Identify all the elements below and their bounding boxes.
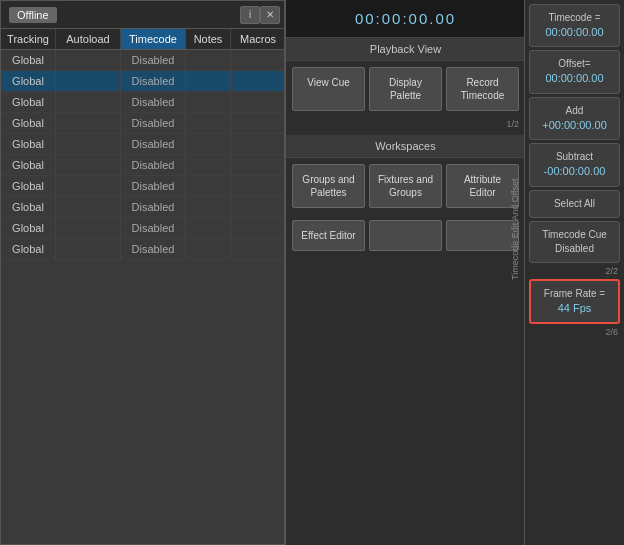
timecode-cue-value: Disabled (555, 243, 594, 254)
timecode-cue-button[interactable]: Timecode Cue Disabled (529, 221, 620, 263)
cell-tracking: Global (1, 218, 56, 238)
cell-timecode: Disabled (121, 176, 186, 196)
cell-autoload (56, 176, 121, 196)
playback-page-indicator: 1/2 (286, 117, 525, 131)
cell-timecode: Disabled (121, 50, 186, 70)
subtract-button[interactable]: Subtract -00:00:00.00 (529, 143, 620, 186)
cell-timecode: Disabled (121, 92, 186, 112)
col-notes[interactable]: Notes (186, 29, 231, 49)
table-row[interactable]: Global Disabled Vi (1, 71, 284, 92)
fixtures-groups-button[interactable]: Fixtures and Groups (369, 164, 442, 208)
center-panel: 00:00:00.00 Playback View View Cue Displ… (285, 0, 525, 545)
timecode-label: Timecode = (548, 12, 600, 23)
select-all-button[interactable]: Select All (529, 190, 620, 218)
cell-notes (186, 71, 231, 91)
cell-timecode: Disabled (121, 239, 186, 259)
cell-timecode: Disabled (121, 218, 186, 238)
edit-offset-label: Timecode Edit And Offset (510, 160, 520, 280)
cell-macros (231, 71, 284, 91)
cell-tracking: Global (1, 155, 56, 175)
view-cue-button[interactable]: View Cue (292, 67, 365, 111)
timecode-cue-label: Timecode Cue (542, 229, 607, 240)
offset-label: Offset= (558, 58, 590, 69)
cell-notes (186, 50, 231, 70)
cell-tracking: Global (1, 113, 56, 133)
table-row[interactable]: Global Disabled Vi (1, 218, 284, 239)
offset-button[interactable]: Offset= 00:00:00.00 (529, 50, 620, 93)
timecode-display: 00:00:00.00 (286, 0, 525, 38)
cell-notes (186, 239, 231, 259)
cell-tracking: Global (1, 239, 56, 259)
table-row[interactable]: Global Disabled Vi (1, 92, 284, 113)
table-header: Tracking Autoload Timecode Notes Macros … (1, 29, 284, 50)
table-row[interactable]: Global Disabled Vi (1, 50, 284, 71)
cell-notes (186, 155, 231, 175)
offline-badge: Offline (9, 7, 57, 23)
table-row[interactable]: Global Disabled Vi (1, 113, 284, 134)
cell-notes (186, 92, 231, 112)
cell-timecode: Disabled (121, 197, 186, 217)
cell-macros (231, 218, 284, 238)
main-window: Offline i ✕ Tracking Autoload Timecode N… (0, 0, 285, 545)
workspaces-title: Workspaces (286, 135, 525, 158)
cell-autoload (56, 71, 121, 91)
table-row[interactable]: Global Disabled Vi (1, 239, 284, 260)
cell-tracking: Global (1, 176, 56, 196)
col-autoload[interactable]: Autoload (56, 29, 121, 49)
playback-button-grid: View Cue Display Palette Record Timecode (286, 61, 525, 117)
cell-notes (186, 197, 231, 217)
frame-rate-value: 44 Fps (535, 301, 614, 316)
subtract-label: Subtract (556, 151, 593, 162)
subtract-value: -00:00:00.00 (534, 164, 615, 179)
cell-autoload (56, 50, 121, 70)
page-number-1: 2/2 (529, 266, 620, 276)
cell-autoload (56, 113, 121, 133)
table-body: Global Disabled Vi Global Disabled Vi Gl… (1, 50, 284, 260)
table-row[interactable]: Global Disabled Vi (1, 176, 284, 197)
cell-autoload (56, 92, 121, 112)
cell-notes (186, 176, 231, 196)
timecode-button[interactable]: Timecode = 00:00:00.00 (529, 4, 620, 47)
col-tracking[interactable]: Tracking (1, 29, 56, 49)
cell-timecode: Disabled (121, 113, 186, 133)
frame-rate-label: Frame Rate = (544, 288, 605, 299)
title-bar: Offline i ✕ (1, 1, 284, 29)
workspace-empty-2[interactable] (446, 220, 519, 251)
col-timecode[interactable]: Timecode (121, 29, 186, 49)
right-sidebar: Timecode = 00:00:00.00 Offset= 00:00:00.… (524, 0, 624, 545)
workspace-button-grid: Groups and Palettes Fixtures and Groups … (286, 158, 525, 214)
cell-macros (231, 197, 284, 217)
cell-macros (231, 176, 284, 196)
info-button[interactable]: i (240, 6, 260, 24)
cell-macros (231, 92, 284, 112)
cell-tracking: Global (1, 197, 56, 217)
cell-notes (186, 218, 231, 238)
cell-autoload (56, 155, 121, 175)
cell-macros (231, 155, 284, 175)
cell-macros (231, 134, 284, 154)
add-button[interactable]: Add +00:00:00.00 (529, 97, 620, 140)
timecode-value: 00:00:00.00 (534, 25, 615, 40)
col-macros[interactable]: Macros (231, 29, 286, 49)
cell-autoload (56, 197, 121, 217)
record-timecode-button[interactable]: Record Timecode (446, 67, 519, 111)
attribute-editor-button[interactable]: Attribute Editor (446, 164, 519, 208)
cell-timecode: Disabled (121, 134, 186, 154)
workspace-empty-1[interactable] (369, 220, 442, 251)
cell-tracking: Global (1, 50, 56, 70)
display-palette-button[interactable]: Display Palette (369, 67, 442, 111)
page-number-2: 2/6 (529, 327, 620, 337)
effect-editor-button[interactable]: Effect Editor (292, 220, 365, 251)
window-close-button[interactable]: ✕ (260, 6, 280, 24)
add-label: Add (566, 105, 584, 116)
frame-rate-button[interactable]: Frame Rate = 44 Fps (529, 279, 620, 324)
table-row[interactable]: Global Disabled Vi (1, 134, 284, 155)
cell-tracking: Global (1, 134, 56, 154)
groups-palettes-button[interactable]: Groups and Palettes (292, 164, 365, 208)
cell-macros (231, 239, 284, 259)
table-row[interactable]: Global Disabled Vi (1, 197, 284, 218)
table-row[interactable]: Global Disabled Vi (1, 155, 284, 176)
cell-autoload (56, 239, 121, 259)
cell-macros (231, 50, 284, 70)
playback-view-title: Playback View (286, 38, 525, 61)
